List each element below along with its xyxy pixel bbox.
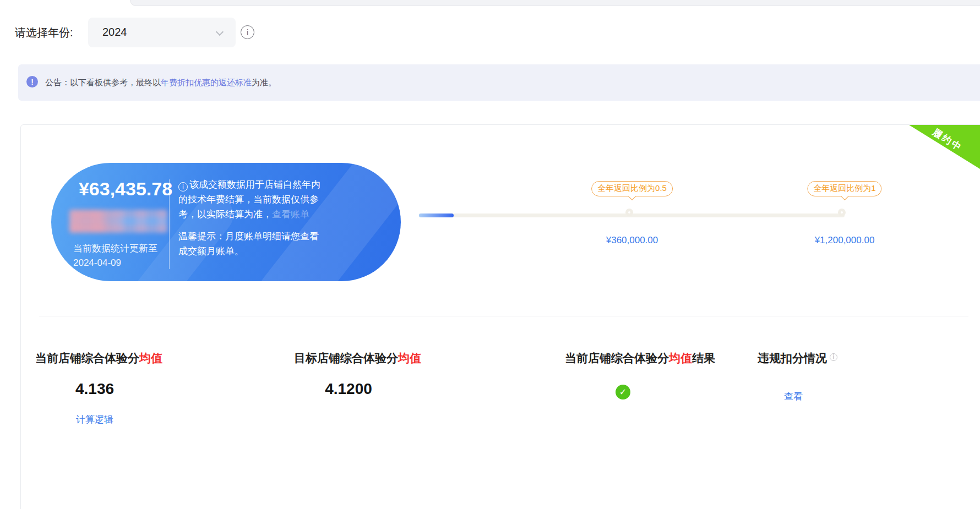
progress-fill: [419, 214, 454, 217]
redacted-mosaic: [69, 210, 167, 233]
metric-header-target-score: 目标店铺综合体验分均值: [294, 351, 421, 366]
info-icon: i: [178, 182, 188, 191]
year-select[interactable]: 2024: [88, 18, 236, 47]
page: 请选择年份: 2024 i ! 公告：以下看板供参考，最终以年费折扣优惠的返还标…: [0, 0, 980, 509]
header-text: 违规扣分情况: [758, 352, 827, 364]
milestone-bubble-1: 全年返回比例为1: [807, 181, 881, 196]
notice-bar: ! 公告：以下看板供参考，最终以年费折扣优惠的返还标准为准。: [18, 64, 980, 101]
bubble-label: 全年返回比例为1: [813, 183, 875, 193]
milestone-bubble-0.5: 全年返回比例为0.5: [591, 181, 673, 196]
data-updated-at: 当前数据统计更新至 2024-04-09: [73, 242, 189, 270]
milestone-amount: ¥1,200,000.00: [784, 235, 905, 246]
header-red-text: 均值: [669, 352, 692, 364]
current-score-value: 4.136: [40, 380, 150, 398]
notice-standard-link[interactable]: 年费折扣优惠的返还标准: [161, 78, 252, 87]
dashboard-card: ¥63,435.78 当前数据统计更新至 2024-04-09 i该成交额数据用…: [20, 124, 980, 509]
milestone-amount: ¥360,000.00: [571, 235, 693, 246]
turnover-desc: i该成交额数据用于店铺自然年内的技术年费结算，当前数据仅供参考，以实际结算为准，…: [178, 177, 322, 222]
view-bill-link[interactable]: 查看账单: [272, 209, 309, 220]
notice-suffix: 为准。: [252, 78, 276, 87]
divider: [39, 316, 968, 316]
metric-header-violation: 违规扣分情况i: [758, 351, 837, 366]
violation-view-link[interactable]: 查看: [738, 390, 848, 403]
updated-line1: 当前数据统计更新至: [73, 242, 189, 256]
header-text: 当前店铺综合体验分: [565, 352, 669, 364]
check-icon: ✓: [616, 385, 630, 399]
header-text: 目标店铺综合体验分: [294, 352, 398, 364]
violation-info-icon[interactable]: i: [830, 353, 837, 361]
pill-divider: [169, 179, 170, 269]
top-tab-strip: [130, 0, 980, 6]
target-score-value: 4.1200: [293, 380, 404, 398]
metric-header-current-score: 当前店铺综合体验分均值: [35, 351, 162, 366]
header-suffix: 结果: [692, 352, 715, 364]
turnover-summary-pill: ¥63,435.78 当前数据统计更新至 2024-04-09 i该成交额数据用…: [51, 163, 401, 281]
year-info-icon[interactable]: i: [241, 25, 254, 39]
bubble-tail: [628, 193, 636, 200]
notice-prefix: 公告：以下看板供参考，最终以: [45, 78, 161, 87]
metric-header-score-result: 当前店铺综合体验分均值结果: [565, 351, 715, 366]
pill-description: i该成交额数据用于店铺自然年内的技术年费结算，当前数据仅供参考，以实际结算为准，…: [178, 177, 322, 259]
header-text: 当前店铺综合体验分: [35, 352, 139, 364]
milestone-dot: [625, 209, 633, 216]
chevron-down-icon: [216, 28, 224, 36]
turnover-amount: ¥63,435.78: [68, 178, 183, 200]
bubble-label: 全年返回比例为0.5: [597, 183, 667, 193]
notice-text: 公告：以下看板供参考，最终以年费折扣优惠的返还标准为准。: [45, 78, 276, 88]
exclamation-icon: !: [26, 76, 38, 87]
monthly-bill-tip: 温馨提示：月度账单明细请您查看成交额月账单。: [178, 229, 322, 259]
header-red-text: 均值: [139, 352, 162, 364]
header-red-text: 均值: [398, 352, 421, 364]
updated-date: 2024-04-09: [73, 256, 189, 270]
bubble-tail: [841, 193, 848, 200]
year-select-value: 2024: [102, 26, 127, 39]
year-select-label: 请选择年份:: [15, 25, 73, 40]
calc-logic-link[interactable]: 计算逻辑: [40, 413, 150, 426]
milestone-dot: [838, 209, 846, 216]
